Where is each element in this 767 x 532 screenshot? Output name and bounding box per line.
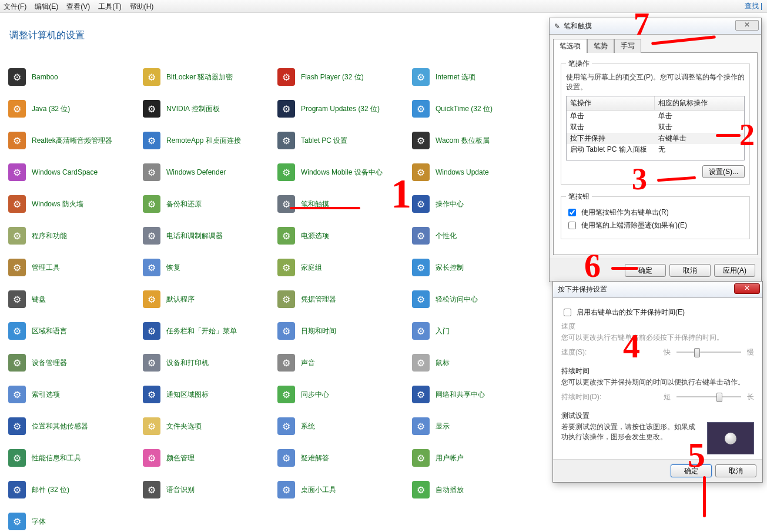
cp-item-link[interactable]: 疑难解答 xyxy=(301,453,329,463)
cp-item[interactable]: ⚙日期和时间 xyxy=(277,322,410,340)
cp-item-link[interactable]: 语音识别 xyxy=(166,485,195,495)
cp-item-link[interactable]: 系统 xyxy=(301,421,315,431)
cp-item-link[interactable]: 笔和触摸 xyxy=(301,199,329,209)
list-row[interactable]: 按下并保持右键单击 xyxy=(567,133,744,144)
cp-item[interactable]: ⚙Wacom 数位板属 xyxy=(412,131,544,150)
cp-item-link[interactable]: NVIDIA 控制面板 xyxy=(166,104,220,114)
cp-item-link[interactable]: 用户帐户 xyxy=(436,453,464,463)
close-icon[interactable]: ✕ xyxy=(734,283,760,294)
cp-item-link[interactable]: 字体 xyxy=(32,517,46,527)
cp-item[interactable]: ⚙位置和其他传感器 xyxy=(8,417,140,436)
cancel-button[interactable]: 取消 xyxy=(715,464,756,477)
cp-item-link[interactable]: 自动播放 xyxy=(436,485,464,495)
cp-item[interactable]: ⚙Windows Update xyxy=(412,163,544,182)
cp-item-link[interactable]: 凭据管理器 xyxy=(301,295,336,305)
dialog2-titlebar[interactable]: 按下并保持设置 ✕ xyxy=(553,282,762,298)
cp-item-link[interactable]: 家庭组 xyxy=(301,263,322,273)
cp-item[interactable]: ⚙QuickTime (32 位) xyxy=(412,99,544,118)
cp-item[interactable]: ⚙设备和打印机 xyxy=(143,353,275,372)
list-row[interactable]: 启动 Tablet PC 输入面板无 xyxy=(567,144,744,155)
cp-item-link[interactable]: Flash Player (32 位) xyxy=(301,72,364,82)
cp-item[interactable]: ⚙轻松访问中心 xyxy=(412,290,544,309)
cp-item[interactable]: ⚙Windows CardSpace xyxy=(8,163,140,182)
cp-item[interactable]: ⚙备份和还原 xyxy=(143,195,275,213)
cp-item[interactable]: ⚙家长控制 xyxy=(412,258,544,277)
cp-item[interactable]: ⚙NVIDIA 控制面板 xyxy=(143,99,275,118)
cp-item[interactable]: ⚙颜色管理 xyxy=(143,449,275,467)
cp-item-link[interactable]: 设备管理器 xyxy=(32,358,67,368)
cp-item[interactable]: ⚙显示 xyxy=(412,417,544,436)
cp-item-link[interactable]: 轻松访问中心 xyxy=(436,295,478,305)
cp-item-link[interactable]: 设备和打印机 xyxy=(166,358,209,368)
cp-item-link[interactable]: Windows Defender xyxy=(166,168,226,176)
cp-item[interactable]: ⚙自动播放 xyxy=(412,480,544,499)
cp-item[interactable]: ⚙家庭组 xyxy=(277,258,410,277)
cp-item-link[interactable]: 位置和其他传感器 xyxy=(32,421,88,431)
chk-rightclick[interactable]: 使用笔按钮作为右键单击(R) xyxy=(566,207,745,218)
cp-item-link[interactable]: RemoteApp 和桌面连接 xyxy=(166,136,241,146)
cp-item[interactable]: ⚙文件夹选项 xyxy=(143,417,275,436)
cp-item[interactable]: ⚙索引选项 xyxy=(8,385,140,404)
cp-item[interactable]: ⚙恢复 xyxy=(143,258,275,277)
cp-item[interactable]: ⚙RemoteApp 和桌面连接 xyxy=(143,131,275,150)
menu-file[interactable]: 文件(F) xyxy=(4,0,26,12)
cp-item-link[interactable]: Windows CardSpace xyxy=(32,168,98,176)
cp-item[interactable]: ⚙Internet 选项 xyxy=(412,68,544,86)
cp-item[interactable]: ⚙Windows Mobile 设备中心 xyxy=(277,163,410,182)
cp-item-link[interactable]: Internet 选项 xyxy=(436,72,475,82)
cp-item[interactable]: ⚙个性化 xyxy=(412,226,544,245)
cancel-button[interactable]: 取消 xyxy=(669,264,711,277)
cp-item[interactable]: ⚙系统 xyxy=(277,417,410,436)
list-row[interactable]: 双击双击 xyxy=(567,122,744,133)
cp-item[interactable]: ⚙键盘 xyxy=(8,290,140,309)
cp-item[interactable]: ⚙通知区域图标 xyxy=(143,385,275,404)
cp-item-link[interactable]: 个性化 xyxy=(436,231,457,241)
cp-item[interactable]: ⚙Flash Player (32 位) xyxy=(277,68,410,86)
cp-item[interactable]: ⚙区域和语言 xyxy=(8,322,140,340)
cp-item[interactable]: ⚙程序和功能 xyxy=(8,226,140,245)
cp-item-link[interactable]: Tablet PC 设置 xyxy=(301,136,347,146)
cp-item-link[interactable]: QuickTime (32 位) xyxy=(436,104,493,114)
cp-item[interactable]: ⚙电源选项 xyxy=(277,226,410,245)
cp-item[interactable]: ⚙Program Updates (32 位) xyxy=(277,99,410,118)
ok-button[interactable]: 确定 xyxy=(625,264,666,277)
tab-gestures[interactable]: 笔势 xyxy=(587,39,614,53)
cp-item[interactable]: ⚙声音 xyxy=(277,353,410,372)
cp-item[interactable]: ⚙管理工具 xyxy=(8,258,140,277)
menu-help[interactable]: 帮助(H) xyxy=(130,0,154,12)
cp-item-link[interactable]: 家长控制 xyxy=(436,263,464,273)
cp-item-link[interactable]: 管理工具 xyxy=(32,263,60,273)
cp-item[interactable]: ⚙同步中心 xyxy=(277,385,410,404)
cp-item-link[interactable]: 操作中心 xyxy=(436,199,464,209)
cp-item[interactable]: ⚙默认程序 xyxy=(143,290,275,309)
cp-item-link[interactable]: 键盘 xyxy=(32,295,46,305)
cp-item[interactable]: ⚙任务栏和「开始」菜单 xyxy=(143,322,275,340)
cp-item[interactable]: ⚙性能信息和工具 xyxy=(8,449,140,467)
cp-item-link[interactable]: 网络和共享中心 xyxy=(436,390,485,400)
cp-item-link[interactable]: 电源选项 xyxy=(301,231,329,241)
close-icon[interactable]: ✕ xyxy=(735,20,759,31)
speed-slider[interactable] xyxy=(676,346,741,358)
ok-button[interactable]: 确定 xyxy=(671,464,712,477)
cp-item[interactable]: ⚙Bamboo xyxy=(8,68,140,86)
cp-item-link[interactable]: 性能信息和工具 xyxy=(32,453,81,463)
cp-item[interactable]: ⚙字体 xyxy=(8,512,140,531)
test-image[interactable] xyxy=(707,422,754,454)
cp-item-link[interactable]: 入门 xyxy=(436,326,450,336)
list-row[interactable]: 单击单击 xyxy=(567,111,744,122)
cp-item-link[interactable]: 索引选项 xyxy=(32,390,60,400)
cp-item[interactable]: ⚙电话和调制解调器 xyxy=(143,226,275,245)
cp-item-link[interactable]: 区域和语言 xyxy=(32,326,67,336)
cp-item-link[interactable]: 同步中心 xyxy=(301,390,329,400)
cp-item[interactable]: ⚙桌面小工具 xyxy=(277,480,410,499)
cp-item-link[interactable]: BitLocker 驱动器加密 xyxy=(166,72,233,82)
cp-item[interactable]: ⚙设备管理器 xyxy=(8,353,140,372)
menu-tools[interactable]: 工具(T) xyxy=(98,0,121,12)
cp-item[interactable]: ⚙网络和共享中心 xyxy=(412,385,544,404)
cp-item[interactable]: ⚙鼠标 xyxy=(412,353,544,372)
cp-item-link[interactable]: 程序和功能 xyxy=(32,231,67,241)
duration-slider[interactable] xyxy=(676,391,741,403)
cp-item-link[interactable]: Windows Update xyxy=(436,168,489,176)
cp-item[interactable]: ⚙Windows Defender xyxy=(143,163,275,182)
cp-item[interactable]: ⚙语音识别 xyxy=(143,480,275,499)
